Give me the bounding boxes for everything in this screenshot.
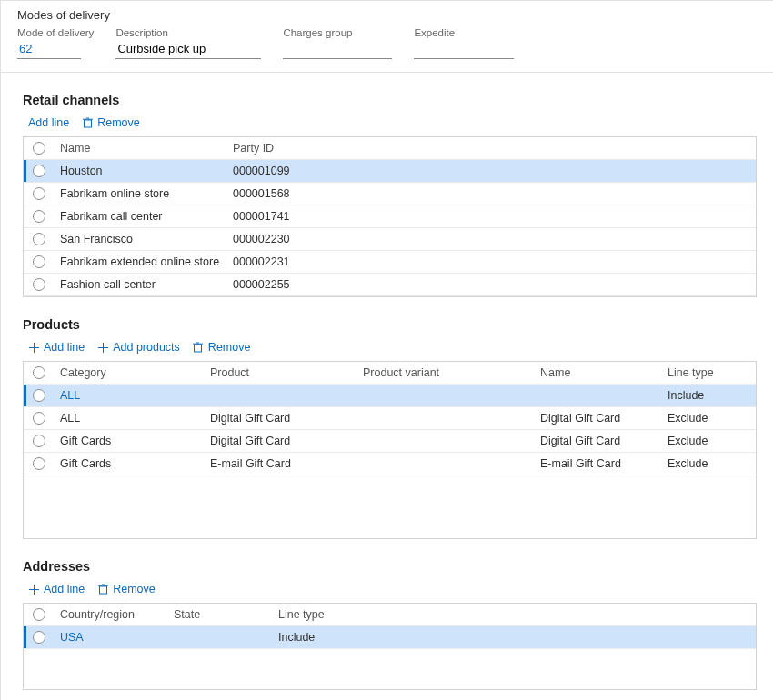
state (168, 634, 273, 641)
products-section: Products Add line Add products Remove (23, 317, 757, 539)
row-selector[interactable] (24, 233, 55, 245)
retail-channels-body: Houston000001099Fabrikam online store000… (24, 160, 756, 297)
col-variant[interactable]: Product variant (357, 363, 535, 383)
line-type: Exclude (662, 408, 735, 428)
col-product[interactable]: Product (205, 363, 357, 383)
row-selector[interactable] (24, 255, 55, 268)
addresses-title: Addresses (23, 559, 757, 574)
party-id: 000002231 (227, 252, 409, 272)
charges-input[interactable] (283, 40, 392, 59)
select-all-col[interactable] (24, 366, 55, 379)
remove-label: Remove (113, 583, 156, 595)
trash-icon (193, 342, 204, 353)
col-country-region[interactable]: Country/region (55, 605, 168, 625)
channel-name: Fabrikam extended online store (55, 252, 227, 272)
addresses-header: Country/region State Line type (24, 604, 756, 626)
party-id: 000001568 (227, 184, 409, 204)
table-row[interactable]: San Francisco000002230 (24, 228, 756, 251)
remove-label: Remove (97, 116, 140, 129)
row-selector[interactable] (24, 457, 55, 470)
table-row[interactable]: ALLInclude (24, 385, 756, 407)
product (205, 392, 357, 399)
product-category: Gift Cards (55, 431, 205, 451)
select-all-col[interactable] (24, 142, 55, 155)
table-row[interactable]: ALLDigital Gift CardDigital Gift CardExc… (24, 407, 756, 430)
header-fields: Mode of delivery Description Charges gro… (1, 27, 773, 73)
product-variant (357, 415, 535, 422)
expedite-input[interactable] (414, 40, 514, 59)
select-all-col[interactable] (24, 608, 55, 621)
channel-name: Houston (55, 161, 227, 181)
svg-rect-1 (195, 345, 202, 352)
product-category: ALL (55, 385, 205, 405)
add-line-button[interactable]: Add line (28, 341, 85, 354)
table-row[interactable]: Gift CardsE-mail Gift CardE-mail Gift Ca… (24, 453, 756, 475)
charges-label: Charges group (283, 27, 392, 38)
table-row[interactable]: Houston000001099 (24, 160, 756, 183)
col-line-type[interactable]: Line type (662, 363, 735, 383)
add-line-button[interactable]: Add line (28, 116, 69, 129)
mode-label: Mode of delivery (17, 27, 94, 38)
table-row[interactable]: USAInclude (24, 626, 756, 649)
page-root: Modes of delivery Mode of delivery Descr… (1, 1, 773, 690)
product: Digital Gift Card (205, 431, 357, 451)
channel-name: Fabrikam online store (55, 184, 227, 204)
addresses-toolbar: Add line Remove (28, 583, 757, 595)
col-name[interactable]: Name (535, 363, 662, 383)
product-variant (357, 392, 535, 399)
products-toolbar: Add line Add products Remove (28, 341, 757, 354)
channel-name: San Francisco (55, 229, 227, 249)
trash-icon (97, 584, 108, 595)
channel-name: Fabrikam call center (55, 206, 227, 226)
col-state[interactable]: State (168, 605, 273, 625)
party-id: 000002255 (227, 275, 409, 295)
products-header: Category Product Product variant Name Li… (24, 362, 756, 385)
retail-channels-title: Retail channels (23, 93, 757, 107)
line-type: Exclude (662, 431, 735, 451)
plus-icon (97, 342, 108, 353)
remove-button[interactable]: Remove (97, 583, 156, 595)
addresses-body: USAInclude (24, 626, 756, 690)
table-row[interactable]: Fashion call center000002255 (24, 274, 756, 296)
product-category: Gift Cards (55, 454, 205, 474)
retail-channels-grid: Name Party ID Houston000001099Fabrikam o… (23, 136, 757, 297)
col-category[interactable]: Category (55, 363, 205, 383)
party-id: 000001741 (227, 206, 409, 226)
description-label: Description (115, 27, 261, 38)
trash-icon (82, 117, 93, 128)
remove-button[interactable]: Remove (82, 116, 140, 129)
row-selector[interactable] (24, 412, 55, 425)
plus-icon (28, 584, 39, 595)
add-products-button[interactable]: Add products (97, 341, 180, 354)
table-row[interactable]: Fabrikam extended online store000002231 (24, 251, 756, 274)
line-type: Include (662, 385, 735, 405)
mode-field: Mode of delivery (17, 27, 94, 59)
description-field: Description (115, 27, 261, 59)
table-row[interactable]: Fabrikam online store000001568 (24, 183, 756, 205)
add-products-label: Add products (113, 341, 180, 354)
table-row[interactable]: Gift CardsDigital Gift CardDigital Gift … (24, 430, 756, 453)
product-name (535, 392, 662, 399)
row-selector[interactable] (24, 210, 55, 223)
col-name[interactable]: Name (55, 138, 227, 158)
add-line-button[interactable]: Add line (28, 583, 85, 595)
row-selector[interactable] (24, 631, 55, 644)
row-selector[interactable] (24, 435, 55, 447)
add-line-label: Add line (44, 341, 85, 354)
table-row[interactable]: Fabrikam call center000001741 (24, 205, 756, 228)
remove-label: Remove (208, 341, 251, 354)
col-line-type[interactable]: Line type (273, 605, 382, 625)
svg-rect-2 (99, 586, 106, 594)
mode-input[interactable] (17, 40, 81, 59)
col-party[interactable]: Party ID (227, 138, 409, 158)
row-selector[interactable] (24, 389, 55, 402)
description-input[interactable] (115, 40, 261, 59)
row-selector[interactable] (24, 187, 55, 200)
line-type: Exclude (662, 454, 735, 474)
product-name: E-mail Gift Card (535, 454, 662, 474)
row-selector[interactable] (24, 165, 55, 177)
country-region: USA (55, 627, 168, 647)
addresses-section: Addresses Add line Remove Country/region… (23, 559, 757, 690)
row-selector[interactable] (24, 278, 55, 291)
remove-button[interactable]: Remove (193, 341, 251, 354)
